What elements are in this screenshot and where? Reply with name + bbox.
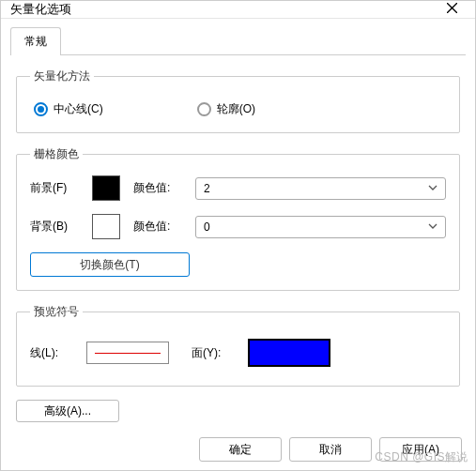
row-foreground: 前景(F) 颜色值: 2 xyxy=(30,175,446,201)
button-cancel[interactable]: 取消 xyxy=(289,437,372,462)
button-switch-colors[interactable]: 切换颜色(T) xyxy=(30,252,190,277)
radio-row: 中心线(C) 轮廓(O) xyxy=(30,98,446,119)
select-bg-value[interactable]: 0 xyxy=(195,216,446,238)
select-fg-value-text: 2 xyxy=(204,182,210,195)
swatch-background[interactable] xyxy=(92,214,120,239)
radio-icon xyxy=(34,102,48,116)
label-color-value-bg: 颜色值: xyxy=(133,219,182,235)
button-apply[interactable]: 应用(A) xyxy=(379,437,462,462)
close-icon xyxy=(447,3,457,16)
close-button[interactable] xyxy=(438,3,466,16)
footer: 确定 取消 应用(A) xyxy=(1,428,475,471)
group-vectorization-method: 矢量化方法 中心线(C) 轮廓(O) xyxy=(16,68,460,133)
label-face: 面(Y): xyxy=(192,345,235,361)
select-bg-value-text: 0 xyxy=(204,220,210,234)
sample-line[interactable] xyxy=(86,342,169,364)
legend-raster-color: 栅格颜色 xyxy=(30,146,83,162)
row-background: 背景(B) 颜色值: 0 xyxy=(30,214,446,239)
button-ok[interactable]: 确定 xyxy=(199,437,282,462)
radio-outline[interactable]: 轮廓(O) xyxy=(197,101,255,117)
tab-content: 矢量化方法 中心线(C) 轮廓(O) 栅格颜色 前景(F) 颜色值: 2 xyxy=(10,54,466,428)
radio-icon xyxy=(197,102,211,116)
sample-face[interactable] xyxy=(248,339,330,367)
titlebar: 矢量化选项 xyxy=(1,1,475,19)
line-stroke-icon xyxy=(95,353,161,354)
radio-outline-label: 轮廓(O) xyxy=(217,101,255,117)
swatch-foreground[interactable] xyxy=(92,175,120,201)
chevron-down-icon xyxy=(428,182,438,195)
dialog-vectorization-options: 矢量化选项 常规 矢量化方法 中心线(C) 轮廓(O) xyxy=(0,0,476,471)
label-color-value-fg: 颜色值: xyxy=(133,180,182,196)
button-advanced[interactable]: 高级(A)... xyxy=(16,400,119,422)
legend-method: 矢量化方法 xyxy=(30,68,94,84)
label-line: 线(L): xyxy=(30,345,73,361)
legend-preview: 预览符号 xyxy=(30,304,83,320)
radio-centerline[interactable]: 中心线(C) xyxy=(34,101,103,117)
tab-general[interactable]: 常规 xyxy=(10,27,61,55)
group-raster-color: 栅格颜色 前景(F) 颜色值: 2 背景(B) 颜色值: 0 切换颜色 xyxy=(16,146,460,291)
chevron-down-icon xyxy=(428,220,438,234)
group-preview-symbol: 预览符号 线(L): 面(Y): xyxy=(16,304,460,387)
select-fg-value[interactable]: 2 xyxy=(195,177,446,200)
radio-centerline-label: 中心线(C) xyxy=(54,101,103,117)
preview-row: 线(L): 面(Y): xyxy=(30,333,446,372)
window-title: 矢量化选项 xyxy=(10,1,438,18)
label-background: 背景(B) xyxy=(30,219,79,235)
label-foreground: 前景(F) xyxy=(30,180,79,196)
tab-bar: 常规 xyxy=(1,19,475,54)
